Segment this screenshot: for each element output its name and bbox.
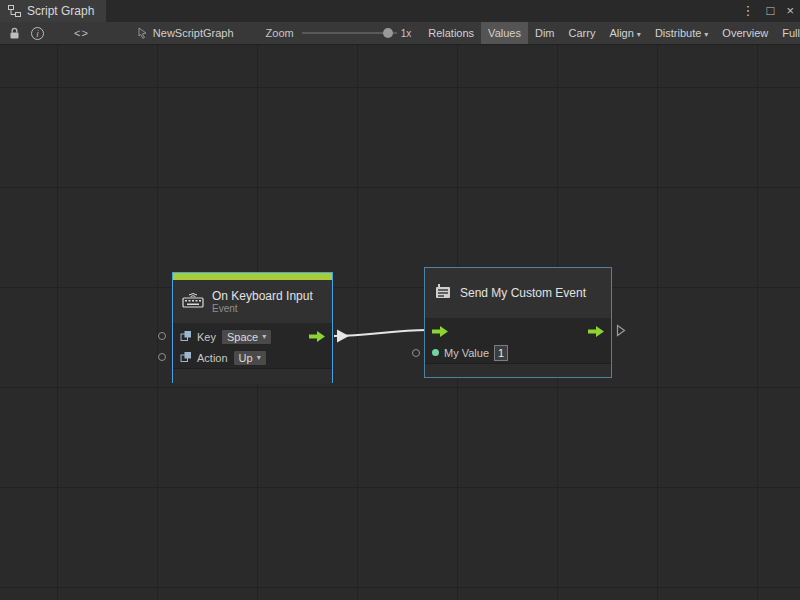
key-dropdown-value: Space [227,331,258,343]
node-header[interactable]: Send My Custom Event [425,268,611,318]
window-close-icon[interactable]: × [786,0,794,22]
distribute-button[interactable]: Distribute▾ [648,22,715,45]
my-value-input[interactable]: 1 [494,345,508,361]
action-port-label: Action [197,352,228,364]
node-header[interactable]: On Keyboard Input Event [173,280,332,323]
port-row-flow [425,321,611,342]
key-dropdown[interactable]: Space ▾ [221,329,272,345]
code-icon[interactable]: <> [74,22,89,44]
zoom-label: Zoom [266,27,294,39]
window-tab-bar: Script Graph ⋮ □ × [0,0,800,22]
overview-button[interactable]: Overview [715,22,775,45]
my-value-port[interactable] [412,349,420,357]
flow-output-port[interactable] [588,326,604,337]
chevron-down-icon: ▾ [257,353,261,362]
carry-button[interactable]: Carry [562,22,603,45]
relations-button[interactable]: Relations [421,22,481,45]
custom-event-icon [434,283,452,304]
object-icon [180,349,192,367]
connection-wire[interactable] [330,318,432,346]
action-value-port[interactable] [158,353,166,361]
lock-icon[interactable] [7,22,21,44]
node-footer [173,368,332,384]
zoom-slider-handle[interactable] [383,28,393,38]
node-subtitle: Event [212,303,313,315]
value-port-dot [432,349,439,356]
node-send-my-custom-event[interactable]: Send My Custom Event My Value 1 [424,267,612,378]
node-title: On Keyboard Input [212,289,313,303]
flow-continue-port[interactable] [616,324,626,337]
info-icon[interactable]: i [31,22,44,44]
graph-canvas[interactable]: On Keyboard Input Event Key Space ▾ [0,45,800,600]
action-dropdown[interactable]: Up ▾ [233,350,267,366]
chevron-down-icon: ▾ [262,332,266,341]
event-accent-bar [173,273,332,280]
window-controls: ⋮ □ × [742,0,794,22]
distribute-button-label: Distribute [655,27,701,39]
dim-button[interactable]: Dim [528,22,562,45]
object-icon [180,328,192,346]
flow-input-port[interactable] [432,326,448,337]
graph-pointer-icon [137,27,148,39]
my-value-port-label: My Value [444,347,489,359]
align-button[interactable]: Align▾ [602,22,647,45]
script-graph-icon [8,5,21,17]
flow-output-port[interactable] [309,331,325,342]
fullscreen-button[interactable]: Full Screen [775,22,800,45]
port-row-action: Action Up ▾ [173,347,332,368]
graph-name-label: NewScriptGraph [153,27,234,39]
zoom-value: 1x [401,28,412,39]
action-dropdown-value: Up [239,352,253,364]
wire-arrowhead [337,330,349,343]
key-port-label: Key [197,331,216,343]
chevron-down-icon: ▾ [704,30,708,39]
graph-toolbar: i <> NewScriptGraph Zoom 1x Relations Va… [0,22,800,45]
keyboard-icon [182,292,204,312]
node-title: Send My Custom Event [460,286,586,300]
node-body: My Value 1 [425,318,611,363]
values-button[interactable]: Values [481,22,528,45]
tab-script-graph[interactable]: Script Graph [0,0,106,22]
key-value-port[interactable] [158,332,166,340]
node-on-keyboard-input[interactable]: On Keyboard Input Event Key Space ▾ [172,272,333,383]
node-body: Key Space ▾ Action [173,323,332,368]
graph-reference[interactable]: NewScriptGraph [137,27,234,39]
node-footer [425,363,611,377]
zoom-slider[interactable] [302,22,397,44]
tab-title: Script Graph [27,4,94,18]
chevron-down-icon: ▾ [637,30,641,39]
align-button-label: Align [609,27,633,39]
port-row-my-value: My Value 1 [425,342,611,363]
window-menu-icon[interactable]: ⋮ [742,0,755,22]
port-row-key: Key Space ▾ [173,326,332,347]
window-maximize-icon[interactable]: □ [767,0,775,22]
